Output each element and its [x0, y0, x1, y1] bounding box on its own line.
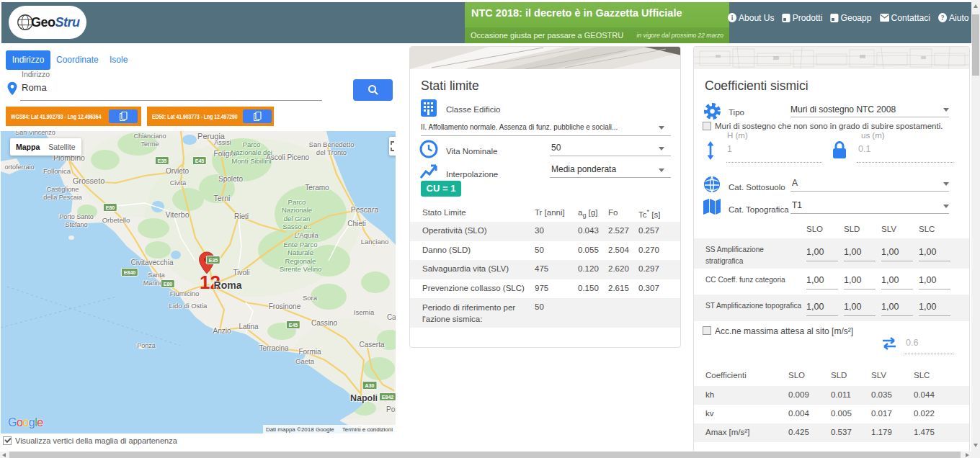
search-button[interactable] [353, 79, 393, 101]
acc-input[interactable]: 0.6 [906, 338, 918, 348]
table-cell: Operatività (SLO) [422, 226, 486, 235]
map-label: Orvieto [166, 167, 189, 176]
clock-icon [419, 140, 438, 158]
table-cell: kh [705, 390, 714, 399]
nav-label: Contattaci [891, 12, 930, 23]
periodo-riferimento-label: Periodo di riferimento per l'azione sism… [422, 302, 530, 325]
map-attribution: Dati mappa ©2018 Google Termini e condiz… [263, 425, 396, 434]
tab-isole[interactable]: Isole [110, 50, 128, 70]
vertical-scrollbar[interactable] [971, 0, 980, 452]
amp-value-input[interactable]: 1,00 [844, 275, 876, 289]
chevron-down-icon [943, 205, 949, 208]
amp-value-input[interactable]: 1,00 [844, 247, 876, 261]
road-badge: E840 [121, 268, 138, 277]
stati-limite-card: Stati limite Classe Edificio II. Affolla… [409, 46, 681, 348]
cat-topografica-select[interactable]: T1 [792, 200, 932, 210]
ntc-banner[interactable]: NTC 2018: il decreto è in Gazzetta Uffic… [465, 2, 729, 43]
scroll-left-arrow[interactable] [2, 453, 6, 457]
amp-value-input[interactable]: 1,00 [806, 302, 838, 316]
map-label: Ponza [137, 342, 156, 350]
map-label: Grosseto [73, 176, 105, 186]
amp-value-input[interactable]: 1,00 [919, 275, 950, 289]
scroll-right-arrow[interactable] [966, 453, 969, 457]
table-cell: 0.011 [831, 390, 851, 399]
map-type-mappa[interactable]: Mappa [16, 143, 40, 151]
cat-topografica-label: Cat. Topografica [729, 205, 789, 214]
amp-value-input[interactable]: 1,00 [919, 247, 950, 261]
map-label: Orbetello [102, 216, 130, 224]
stati-limite-header-image [410, 47, 680, 69]
nav-geoapp[interactable]: Geoapp [831, 12, 872, 23]
nav-label: About Us [739, 12, 775, 23]
banner-note: in vigore dal prossimo 22 marzo [637, 32, 723, 39]
road-badge: E45 [192, 156, 207, 165]
map-label: Terracina [259, 344, 288, 353]
classe-edificio-select[interactable]: II. Affollamento normale. Assenza di fun… [421, 122, 630, 131]
building-icon [419, 99, 438, 117]
amp-value-input[interactable]: 1,00 [806, 275, 838, 289]
map-type-control[interactable]: Mappa Satellite [10, 138, 81, 156]
mail-icon [880, 14, 889, 22]
horizontal-scrollbar[interactable] [0, 452, 971, 458]
nav-about-us[interactable]: iAbout Us [728, 12, 775, 23]
fullscreen-button[interactable] [389, 137, 396, 156]
amp-value-input[interactable]: 1,00 [806, 247, 838, 261]
map-terms-link[interactable]: Termini e condizioni [342, 426, 393, 433]
geostru-logo[interactable]: GeoStru [9, 6, 86, 39]
acc-checkbox[interactable] [703, 326, 711, 335]
geoapp-icon [831, 14, 839, 22]
map-label: Tivoli [233, 269, 250, 277]
map-label: Parco Nazionale del Gran Sasso e.. [282, 198, 312, 231]
page: GeoStru NTC 2018: il decreto è in Gazzet… [0, 0, 980, 458]
tab-indirizzo[interactable]: Indirizzo [6, 50, 50, 70]
cat-sottosuolo-select[interactable]: A [792, 178, 932, 188]
interpolazione-select[interactable]: Media ponderata [551, 164, 652, 174]
google-map[interactable]: 12 San VincenzoPiombinoortoferraioFollon… [1, 131, 396, 434]
nav-prodotti[interactable]: Prodotti [783, 12, 823, 23]
vertical-scroll-thumb[interactable] [972, 14, 979, 76]
wall-checkbox[interactable] [703, 122, 711, 130]
table-header-cell: SLC [914, 371, 930, 380]
map-label: Latina [239, 323, 258, 331]
table-footer-row: Periodo di riferimento per l'azione sism… [410, 298, 680, 328]
interpolazione-label: Interpolazione [446, 170, 498, 179]
amp-value-input[interactable]: 1,00 [919, 302, 950, 316]
road-badge: E80 [161, 279, 175, 288]
map-label: Parco Nazionale dei Monti Sibillini [231, 140, 272, 165]
h-label: H (m) [727, 131, 748, 140]
mesh-checkbox[interactable] [3, 436, 12, 445]
copy-wgs84-button[interactable] [109, 109, 138, 123]
h-input[interactable]: 1 [727, 144, 732, 154]
table-cell: 0.009 [788, 390, 809, 399]
tab-coordinate[interactable]: Coordinate [56, 50, 99, 70]
map-label: Lanciano [361, 238, 389, 246]
tipo-select[interactable]: Muri di sostegno NTC 2008 [790, 104, 938, 114]
google-logo[interactable]: Google [8, 416, 43, 429]
vita-nominale-select[interactable]: 50 [551, 143, 652, 153]
show-mesh-checkbox-row[interactable]: Visualizza vertici della maglia di appar… [3, 436, 177, 445]
copy-ed50-button[interactable] [243, 109, 272, 123]
address-input[interactable]: Roma [22, 82, 47, 93]
scroll-up-arrow[interactable] [974, 4, 978, 8]
amp-value-input[interactable]: 1,00 [844, 302, 876, 316]
horizontal-scroll-thumb[interactable] [9, 452, 961, 458]
table-cell: 0.043 [578, 226, 599, 235]
scroll-down-arrow[interactable] [974, 444, 978, 447]
nav-contattaci[interactable]: Contattaci [880, 12, 930, 23]
row-label: CC Coeff. funz categoria [705, 274, 801, 285]
select-underline [790, 191, 949, 192]
map-type-satellite[interactable]: Satellite [48, 143, 75, 151]
amp-value-input[interactable]: 1,00 [881, 302, 913, 316]
nav-aiuto[interactable]: ?Aiuto [938, 12, 968, 23]
table-cell: 2.504 [608, 246, 629, 254]
road-badge: A30 [362, 381, 378, 390]
map-label: Roma [214, 279, 242, 292]
table-header-cell: SLV [871, 371, 886, 380]
map-label: Viterbo [165, 210, 189, 220]
us-input[interactable]: 0.1 [858, 144, 870, 154]
amp-value-input[interactable]: 1,00 [881, 275, 913, 289]
amp-value-input[interactable]: 1,00 [881, 247, 913, 261]
table-header-cell: Stato Limite [422, 208, 466, 217]
wall-checkbox-label: Muri di sostegno che non sono in grado d… [715, 122, 943, 130]
classe-edificio-label: Classe Edificio [446, 105, 500, 114]
